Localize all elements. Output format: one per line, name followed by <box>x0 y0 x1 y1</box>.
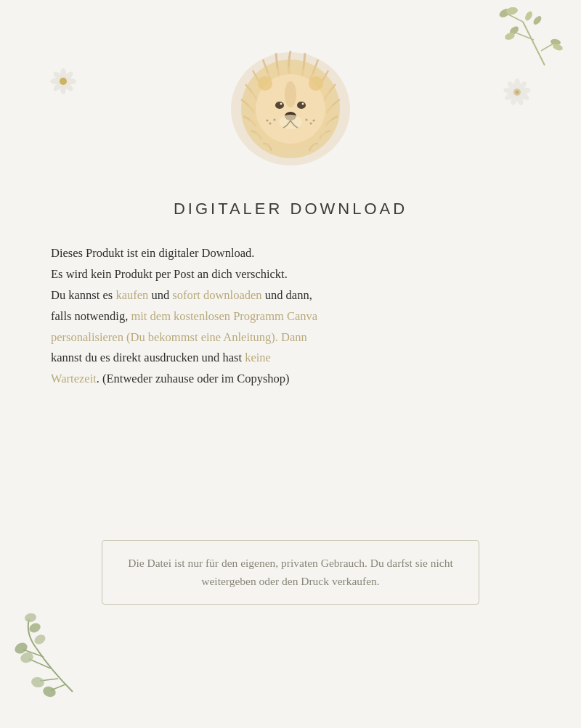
text-canva: mit dem kostenlosen Programm Canva <box>131 309 317 323</box>
svg-line-12 <box>541 44 553 51</box>
deco-branch-top-right <box>494 7 559 65</box>
text-sofort: sofort downloaden <box>172 288 261 302</box>
deco-flower-top-right <box>497 73 534 109</box>
notice-text: Die Datei ist nur für den eigenen, priva… <box>128 557 453 588</box>
text-line7-end: . (Entweder zuhause oder im Copyshop) <box>97 372 290 385</box>
svg-point-40 <box>24 613 37 623</box>
svg-point-61 <box>310 123 312 125</box>
svg-line-11 <box>516 33 534 40</box>
deco-flower-top-left <box>44 62 84 102</box>
svg-point-20 <box>524 10 534 22</box>
svg-point-58 <box>269 123 272 125</box>
text-line3-start: Du kannst es <box>51 288 115 302</box>
main-text-block: Dieses Produkt ist ein digitaler Downloa… <box>51 243 530 390</box>
svg-point-41 <box>28 621 42 634</box>
svg-point-38 <box>31 676 45 689</box>
svg-point-31 <box>516 91 519 94</box>
text-line2: Es wird kein Produkt per Post an dich ve… <box>51 267 288 281</box>
page: DIGITALER DOWNLOAD Dieses Produkt ist ei… <box>0 0 581 728</box>
svg-point-50 <box>275 102 284 109</box>
text-wartezeit-label: keine <box>245 351 271 364</box>
svg-point-59 <box>267 120 269 122</box>
svg-point-62 <box>313 120 315 122</box>
svg-point-42 <box>33 633 47 646</box>
svg-line-10 <box>508 15 523 22</box>
deco-leaves-bottom-left <box>15 612 80 684</box>
svg-point-53 <box>302 103 304 105</box>
text-wartezeit: Wartezeit <box>51 372 97 385</box>
svg-point-57 <box>274 119 276 121</box>
text-line3-end: und dann, <box>262 288 312 302</box>
svg-point-8 <box>60 78 67 85</box>
text-line3-mid: und <box>148 288 172 302</box>
svg-point-49 <box>309 76 323 91</box>
svg-point-56 <box>279 115 302 129</box>
lion-illustration <box>225 44 356 174</box>
svg-point-39 <box>41 684 57 698</box>
svg-point-19 <box>532 15 543 26</box>
svg-point-47 <box>285 81 296 107</box>
text-line4-start: falls notwendig, <box>51 309 131 323</box>
text-line1: Dieses Produkt ist ein digitaler Downloa… <box>51 246 254 260</box>
svg-point-60 <box>306 119 308 121</box>
svg-point-51 <box>297 102 306 109</box>
svg-point-52 <box>280 103 283 105</box>
text-line6-start: kannst du es direkt ausdrucken und hast <box>51 351 245 364</box>
page-title: DIGITALER DOWNLOAD <box>0 200 581 218</box>
svg-point-48 <box>258 76 272 91</box>
text-line5: personalisieren (Du bekommst eine Anleit… <box>51 330 307 344</box>
notice-box: Die Datei ist nur für den eigenen, priva… <box>102 540 479 605</box>
text-kaufen: kaufen <box>115 288 148 302</box>
svg-line-9 <box>523 22 545 65</box>
